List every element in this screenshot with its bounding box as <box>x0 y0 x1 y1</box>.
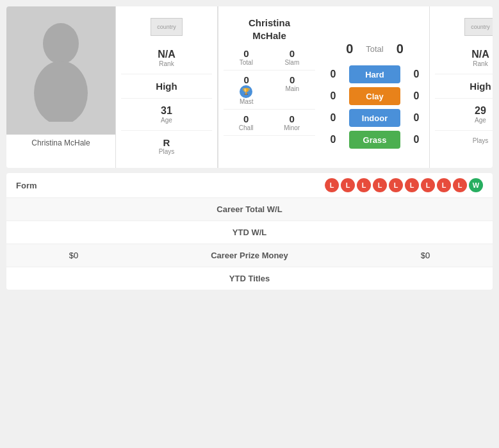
right-high-value: High <box>435 81 493 92</box>
right-rank-block: N/A Rank <box>435 42 493 74</box>
form-loss-badge: L <box>373 178 387 192</box>
right-high-block: High <box>435 74 493 99</box>
right-country-flag: country <box>464 18 493 36</box>
form-loss-badge: L <box>421 178 435 192</box>
bottom-stats-section: Form LLLLLLLLLW Career Total W/L YTD W/L… <box>6 173 493 290</box>
left-player-name-header-2: McHale <box>224 29 315 42</box>
total-score-right: 0 <box>397 42 404 56</box>
left-high-value: High <box>121 81 212 92</box>
comparison-section: Christina McHale country N/A Rank High 3… <box>6 6 493 168</box>
left-trophy-icon: 🏆 <box>240 85 252 98</box>
career-prize-label: Career Prize Money <box>131 251 368 260</box>
svg-point-1 <box>34 61 88 122</box>
right-plays-block: Plays <box>435 131 493 151</box>
main-container: Christina McHale country N/A Rank High 3… <box>0 0 499 296</box>
clay-score-right: 0 <box>410 90 423 102</box>
left-chall-minor-row: 0 Chall 0 Minor <box>224 110 315 136</box>
grass-score-right: 0 <box>410 134 423 145</box>
left-plays-block: R Plays <box>121 131 212 162</box>
left-country-flag: country <box>151 18 183 36</box>
svg-point-0 <box>43 23 79 64</box>
total-score-left: 0 <box>346 42 353 56</box>
career-total-wl-row: Career Total W/L <box>6 198 493 221</box>
left-stats-panel: country N/A Rank High 31 Age R Plays <box>115 6 218 168</box>
form-row: Form LLLLLLLLLW <box>6 173 493 198</box>
left-player-name-below: Christina McHale <box>6 135 115 151</box>
surface-row-clay: 0 Clay 0 <box>327 87 423 105</box>
left-main-cell: 0 Main <box>285 74 299 105</box>
left-total-cell: 0 Total <box>240 48 253 66</box>
left-player-photo <box>6 6 115 135</box>
left-age-label: Age <box>121 117 212 124</box>
form-loss-badge: L <box>389 178 403 192</box>
form-win-badge: W <box>469 178 483 192</box>
left-rank-label: Rank <box>121 60 212 67</box>
clay-score-left: 0 <box>327 90 339 102</box>
surface-row-grass: 0 Grass 0 <box>327 131 423 149</box>
left-plays-label: Plays <box>121 148 212 155</box>
form-loss-badge: L <box>357 178 371 192</box>
total-label: Total <box>366 44 383 54</box>
right-rank-label: Rank <box>435 60 493 67</box>
right-age-label: Age <box>435 117 493 124</box>
career-total-wl-label: Career Total W/L <box>16 204 483 214</box>
right-rank-value: N/A <box>435 49 493 60</box>
ytd-titles-row: YTD Titles <box>6 267 493 290</box>
ytd-wl-row: YTD W/L <box>6 221 493 244</box>
ytd-wl-label: YTD W/L <box>16 228 483 237</box>
left-slam-cell: 0 Slam <box>284 48 299 66</box>
right-age-block: 29 Age <box>435 99 493 131</box>
hard-score-left: 0 <box>327 69 339 80</box>
left-mast-cell: 0 🏆 Mast <box>240 74 254 105</box>
indoor-score-left: 0 <box>327 112 339 124</box>
left-rank-block: N/A Rank <box>121 42 212 74</box>
right-plays-label: Plays <box>435 137 493 144</box>
form-loss-badge: L <box>453 178 467 192</box>
left-age-value: 31 <box>121 105 212 117</box>
left-age-block: 31 Age <box>121 99 212 131</box>
left-minor-cell: 0 Minor <box>284 113 300 131</box>
indoor-badge: Indoor <box>349 109 400 127</box>
career-prize-right: $0 <box>368 251 483 260</box>
left-record-panel: Christina McHale 0 Total 0 Slam 0 🏆 <box>218 6 320 168</box>
left-player-section: Christina McHale <box>6 6 115 168</box>
form-badges: LLLLLLLLLW <box>325 178 483 192</box>
surface-row-hard: 0 Hard 0 <box>327 65 423 83</box>
form-loss-badge: L <box>341 178 355 192</box>
left-plays-value: R <box>121 137 212 148</box>
left-chall-cell: 0 Chall <box>239 113 254 131</box>
career-prize-left: $0 <box>16 251 131 260</box>
hard-badge: Hard <box>349 65 400 83</box>
right-age-value: 29 <box>435 105 493 117</box>
form-loss-badge: L <box>437 178 451 192</box>
indoor-score-right: 0 <box>410 112 423 124</box>
career-prize-row: $0 Career Prize Money $0 <box>6 244 493 267</box>
left-high-block: High <box>121 74 212 99</box>
ytd-titles-label: YTD Titles <box>16 274 483 283</box>
grass-badge: Grass <box>349 131 400 149</box>
clay-badge: Clay <box>349 87 400 105</box>
left-rank-value: N/A <box>121 49 212 60</box>
right-stats-panel: country N/A Rank High 29 Age Plays <box>429 6 493 168</box>
middle-section: 0 Total 0 0 Hard 0 0 Clay 0 <box>320 6 429 168</box>
form-loss-badge: L <box>325 178 339 192</box>
left-player-silhouette <box>26 19 96 122</box>
form-label: Form <box>16 181 37 190</box>
grass-score-left: 0 <box>327 134 339 145</box>
left-total-slam-row: 0 Total 0 Slam <box>224 44 315 71</box>
total-score-row: 0 Total 0 <box>320 6 429 62</box>
hard-score-right: 0 <box>410 69 423 80</box>
surface-rows: 0 Hard 0 0 Clay 0 0 Indoor 0 <box>320 65 429 149</box>
surface-row-indoor: 0 Indoor 0 <box>327 109 423 127</box>
left-mast-main-row: 0 🏆 Mast 0 Main <box>224 71 315 110</box>
left-player-name-header-1: Christina <box>224 17 315 29</box>
form-loss-badge: L <box>405 178 419 192</box>
